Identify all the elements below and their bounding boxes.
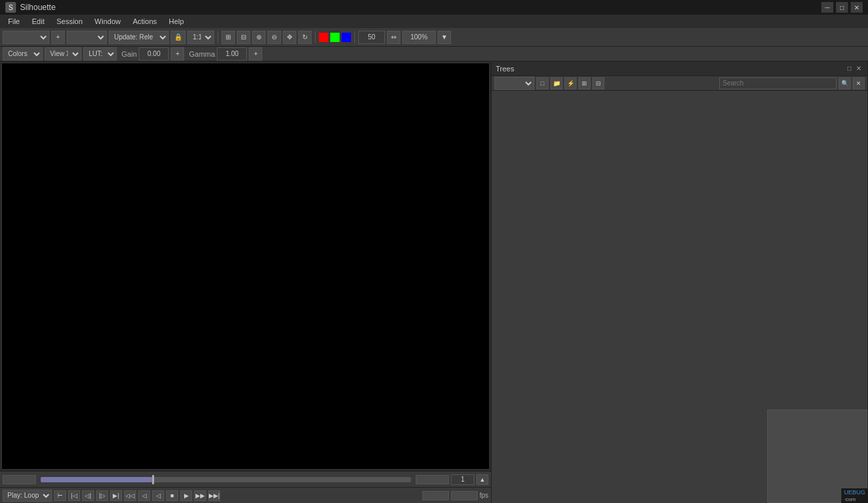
current-frame-input[interactable]	[451, 474, 474, 485]
trees-new-btn[interactable]: □	[536, 77, 548, 89]
minimize-button[interactable]: ─	[821, 2, 833, 13]
lock-btn[interactable]: 🔒	[171, 31, 185, 44]
trees-copy-btn[interactable]: ⊞	[578, 77, 590, 89]
stop-btn[interactable]: ■	[166, 490, 178, 501]
zoom-input[interactable]	[402, 31, 436, 44]
frame-range-end[interactable]	[416, 475, 449, 484]
titlebar: S Silhouette ─ □ ✕	[0, 0, 868, 15]
frame-up-btn[interactable]: ▲	[476, 474, 488, 485]
trees-panel: Trees □ ✕ □ 📁 ⚡ ⊞ ⊟ 🔍 ✕	[492, 61, 868, 503]
fps-link-btn[interactable]: ⇔	[387, 31, 400, 44]
trees-search-btn[interactable]: 🔍	[839, 77, 851, 89]
trees-folder-btn[interactable]: 📁	[550, 77, 562, 89]
trees-lightning-btn[interactable]: ⚡	[564, 77, 576, 89]
gamma-input[interactable]	[217, 47, 247, 61]
trees-view-select[interactable]	[494, 77, 534, 90]
sep1	[218, 31, 218, 43]
menu-file[interactable]: File	[3, 16, 25, 27]
window-controls: ─ □ ✕	[821, 2, 863, 13]
menu-edit[interactable]: Edit	[27, 16, 50, 27]
gain-label: Gain	[121, 50, 137, 58]
ff-btn[interactable]: ▶▶	[194, 490, 206, 501]
menu-help[interactable]: Help	[163, 16, 189, 27]
menu-session[interactable]: Session	[51, 16, 88, 27]
gain-reset-btn[interactable]: +	[171, 47, 184, 61]
restore-button[interactable]: □	[836, 2, 848, 13]
node-select[interactable]	[67, 31, 107, 44]
play-btn[interactable]: ▶	[180, 490, 192, 501]
main-layout: ▲ Play: Loop ⊢ |◁ ◁| |▷ ▶| ◁◁ ◁ ◁ ■ ▶ ▶▶…	[0, 61, 868, 503]
menubar: File Edit Session Window Actions Help	[0, 15, 868, 28]
timeline-track[interactable]	[41, 477, 411, 482]
red-channel	[319, 33, 328, 42]
update-select[interactable]: Update: Rele	[109, 31, 169, 44]
gain-input[interactable]	[139, 47, 169, 61]
menu-actions[interactable]: Actions	[127, 16, 162, 27]
sep2	[315, 31, 316, 43]
menu-window[interactable]: Window	[89, 16, 126, 27]
app-logo: S	[5, 2, 16, 13]
colors-select[interactable]: Colors	[3, 47, 43, 61]
main-toolbar: + Update: Rele 🔒 1:1 ⊞ ⊟ ⊕ ⊖ ✥ ↻ ⇔ ▼	[0, 28, 868, 47]
zoom-down-btn[interactable]: ▼	[438, 31, 451, 44]
out-point[interactable]	[451, 491, 478, 500]
zoom-out-btn[interactable]: ⊖	[268, 31, 281, 44]
green-channel	[330, 33, 340, 42]
snap-btn[interactable]: ⊞	[222, 31, 235, 44]
trees-link-btn[interactable]: ⊟	[592, 77, 604, 89]
step-fwd-btn[interactable]: ◁	[138, 490, 150, 501]
prev-frame-btn[interactable]: |▷	[96, 490, 108, 501]
play-mode-select[interactable]: Play: Loop	[3, 490, 52, 502]
rev-play-btn[interactable]: ◁◁	[124, 490, 136, 501]
rotate-btn[interactable]: ↻	[298, 31, 312, 44]
close-button[interactable]: ✕	[851, 2, 863, 13]
go-to-end-btn[interactable]: ▶▶|	[208, 490, 220, 501]
trees-title: Trees	[496, 65, 514, 73]
prev-keyframe-btn[interactable]: |◁	[68, 490, 80, 501]
trees-toolbar: □ 📁 ⚡ ⊞ ⊟ 🔍 ✕	[492, 76, 867, 91]
session-select[interactable]	[3, 31, 49, 44]
step-back-btn[interactable]: ◁|	[82, 490, 94, 501]
trees-restore-btn[interactable]: □	[845, 64, 854, 73]
blue-channel	[342, 33, 351, 42]
gamma-label: Gamma	[189, 50, 215, 58]
timeline-bar: ▲	[0, 471, 491, 487]
viewer-canvas[interactable]	[1, 63, 490, 470]
app-title: Silhouette	[20, 3, 55, 12]
play-prev-btn[interactable]: ◁	[152, 490, 164, 501]
trees-clear-btn[interactable]: ✕	[853, 77, 865, 89]
watermark-sub: ·com	[844, 496, 855, 502]
watermark-text: UEBUG	[844, 489, 865, 496]
zoom-fit-btn[interactable]: ⊕	[252, 31, 266, 44]
gamma-reset-btn[interactable]: +	[249, 47, 262, 61]
grid-btn[interactable]: ⊟	[237, 31, 250, 44]
view-select[interactable]: View X	[45, 47, 81, 61]
frame-range-start[interactable]	[3, 475, 36, 484]
playback-bar: Play: Loop ⊢ |◁ ◁| |▷ ▶| ◁◁ ◁ ◁ ■ ▶ ▶▶ ▶…	[0, 487, 491, 503]
trees-close-btn[interactable]: ✕	[854, 64, 863, 73]
timeline-thumb	[152, 475, 154, 484]
timeline-progress	[41, 477, 152, 482]
trees-header: Trees □ ✕	[492, 61, 867, 76]
ratio-select[interactable]: 1:1	[187, 31, 214, 44]
trees-content	[492, 91, 867, 503]
add-session-btn[interactable]: +	[51, 31, 65, 44]
go-to-start-btn[interactable]: ⊢	[54, 490, 66, 501]
fps-display: fps	[480, 492, 488, 499]
in-point[interactable]	[422, 491, 449, 500]
viewer-toolbar: Colors View X LUT: n Gain + Gamma +	[0, 47, 868, 61]
lut-select[interactable]: LUT: n	[83, 47, 117, 61]
trees-search-input[interactable]	[719, 77, 837, 89]
viewer-panel: ▲ Play: Loop ⊢ |◁ ◁| |▷ ▶| ◁◁ ◁ ◁ ■ ▶ ▶▶…	[0, 61, 492, 503]
fps-input[interactable]	[358, 31, 385, 44]
next-keyframe-btn[interactable]: ▶|	[110, 490, 122, 501]
sep3	[354, 31, 355, 43]
pan-btn[interactable]: ✥	[283, 31, 296, 44]
watermark: UEBUG ·com	[841, 488, 868, 503]
